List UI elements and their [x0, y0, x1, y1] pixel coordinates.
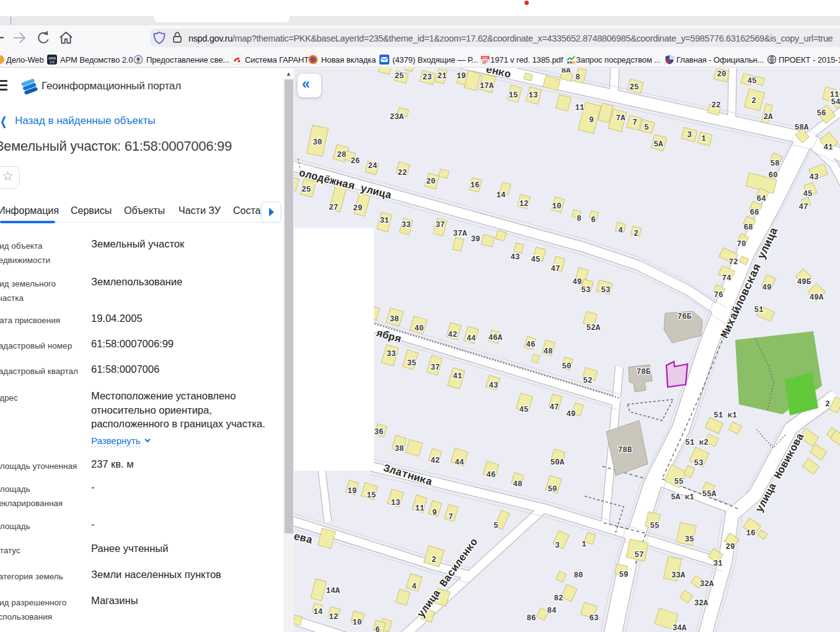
- svg-text:44: 44: [454, 458, 464, 467]
- svg-text:57: 57: [634, 551, 643, 559]
- svg-text:7А: 7А: [616, 114, 626, 123]
- svg-text:25: 25: [301, 185, 311, 194]
- svg-text:2.0: 2.0: [50, 60, 55, 64]
- svg-text:45: 45: [531, 256, 540, 264]
- svg-text:47: 47: [550, 265, 560, 274]
- svg-text:52А: 52А: [586, 324, 601, 332]
- svg-text:11: 11: [575, 104, 584, 112]
- svg-text:9: 9: [589, 116, 594, 125]
- svg-text:51: 51: [754, 306, 763, 314]
- svg-text:58: 58: [770, 159, 779, 168]
- svg-text:49А: 49А: [810, 293, 824, 302]
- svg-text:38: 38: [389, 315, 399, 324]
- svg-text:8: 8: [577, 215, 581, 223]
- svg-text:30: 30: [312, 138, 322, 147]
- svg-text:50: 50: [547, 485, 557, 494]
- svg-text:10: 10: [352, 618, 361, 627]
- svg-text:55: 55: [674, 478, 683, 486]
- svg-text:72: 72: [728, 258, 738, 267]
- svg-text:45: 45: [803, 190, 812, 198]
- svg-text:5А: 5А: [653, 140, 663, 149]
- svg-text:21: 21: [437, 72, 446, 81]
- svg-text:7: 7: [448, 513, 453, 522]
- svg-text:64: 64: [756, 195, 766, 203]
- svg-text:43: 43: [489, 381, 498, 390]
- svg-text:14: 14: [496, 191, 506, 200]
- svg-text:49Б: 49Б: [797, 278, 811, 287]
- svg-text:40: 40: [414, 324, 423, 333]
- svg-text:74: 74: [722, 274, 732, 283]
- svg-text:1: 1: [581, 540, 586, 549]
- svg-text:68: 68: [743, 223, 753, 232]
- svg-text:45: 45: [747, 77, 756, 86]
- svg-text:24: 24: [368, 162, 378, 171]
- svg-text:35: 35: [407, 359, 416, 368]
- svg-text:6: 6: [591, 216, 596, 225]
- svg-text:2: 2: [825, 400, 830, 409]
- svg-text:55: 55: [650, 522, 659, 530]
- svg-text:3: 3: [555, 541, 560, 550]
- svg-text:20: 20: [717, 70, 726, 79]
- svg-text:8: 8: [575, 73, 580, 82]
- svg-text:63: 63: [589, 614, 598, 623]
- svg-text:9: 9: [432, 509, 437, 517]
- svg-text:60: 60: [768, 171, 777, 180]
- svg-text:33: 33: [401, 221, 410, 229]
- svg-text:39: 39: [471, 235, 480, 244]
- svg-text:19: 19: [347, 487, 356, 496]
- svg-text:12: 12: [519, 200, 528, 208]
- svg-text:37А: 37А: [453, 229, 467, 238]
- svg-text:27: 27: [329, 203, 338, 212]
- svg-text:12: 12: [329, 613, 338, 621]
- svg-text:53: 53: [694, 459, 703, 468]
- svg-text:29: 29: [353, 204, 362, 213]
- svg-text:53: 53: [601, 286, 610, 295]
- svg-text:15: 15: [508, 91, 518, 100]
- svg-text:51 к2: 51 к2: [685, 438, 709, 447]
- svg-text:76: 76: [714, 291, 723, 300]
- svg-text:2А: 2А: [763, 113, 773, 122]
- svg-text:13: 13: [391, 499, 400, 507]
- svg-text:78Б: 78Б: [637, 368, 651, 376]
- svg-text:49: 49: [566, 410, 575, 419]
- svg-text:47: 47: [549, 403, 559, 412]
- svg-text:32А: 32А: [694, 599, 709, 608]
- svg-text:37: 37: [435, 221, 444, 229]
- svg-text:19: 19: [456, 72, 466, 81]
- svg-text:31: 31: [379, 216, 389, 225]
- svg-text:16: 16: [746, 529, 755, 538]
- svg-text:37: 37: [430, 363, 440, 372]
- svg-text:17А: 17А: [480, 82, 494, 91]
- svg-text:76Б: 76Б: [678, 313, 692, 321]
- svg-text:43: 43: [510, 253, 519, 262]
- svg-text:48: 48: [513, 480, 522, 489]
- svg-text:86: 86: [526, 614, 536, 623]
- svg-text:33: 33: [386, 350, 396, 358]
- svg-text:56: 56: [816, 109, 826, 118]
- svg-text:38: 38: [394, 445, 404, 453]
- svg-text:54: 54: [831, 98, 840, 107]
- svg-text:34А: 34А: [673, 624, 687, 632]
- svg-text:20: 20: [426, 177, 435, 186]
- svg-text:2: 2: [431, 556, 436, 564]
- svg-text:48: 48: [543, 347, 552, 356]
- svg-text:82: 82: [554, 594, 563, 603]
- svg-text:14А: 14А: [326, 587, 340, 595]
- svg-text:5: 5: [644, 123, 649, 132]
- svg-text:2: 2: [634, 229, 639, 238]
- svg-text:5А к1: 5А к1: [671, 493, 694, 502]
- svg-text:26: 26: [350, 157, 360, 166]
- svg-text:15: 15: [366, 491, 376, 500]
- svg-text:11: 11: [829, 91, 839, 99]
- svg-text:3: 3: [687, 131, 692, 140]
- svg-text:45: 45: [519, 406, 528, 414]
- svg-text:50А: 50А: [550, 458, 565, 467]
- svg-text:53: 53: [581, 286, 590, 295]
- svg-text:47: 47: [798, 203, 808, 211]
- svg-text:84: 84: [547, 607, 557, 615]
- svg-text:46: 46: [486, 471, 495, 479]
- svg-text:31: 31: [713, 559, 722, 568]
- svg-text:51 к1: 51 к1: [714, 411, 737, 420]
- svg-text:49: 49: [572, 278, 581, 287]
- svg-text:36: 36: [374, 428, 383, 437]
